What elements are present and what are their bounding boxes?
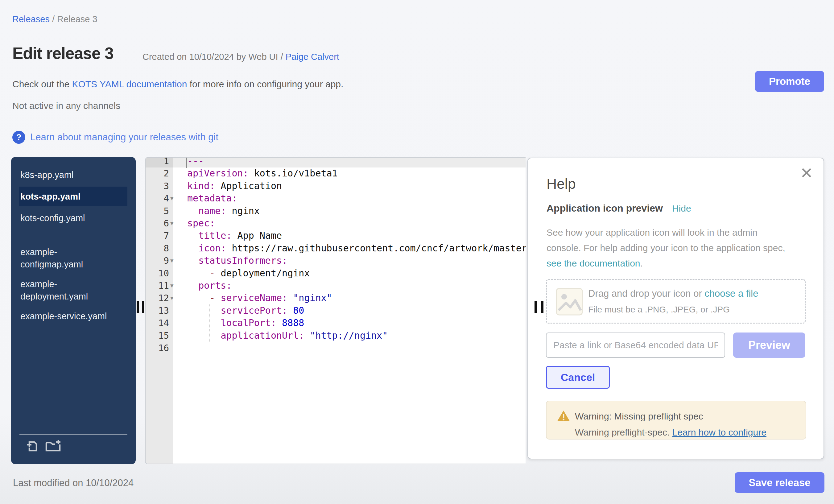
code-text: ---	[187, 157, 204, 167]
line-number: 12	[146, 292, 169, 304]
created-info: Created on 10/10/2024 by Web UI / Paige …	[142, 52, 339, 62]
help-title: Help	[547, 176, 576, 192]
line-number: 5	[146, 205, 169, 217]
configure-preflight-link[interactable]: Learn how to configure	[673, 427, 766, 437]
breadcrumb-separator: /	[52, 14, 54, 24]
editor-line[interactable]: 10 - deployment/nginx	[146, 267, 526, 280]
fold-arrow-icon[interactable]: ▾	[170, 280, 174, 292]
editor-line[interactable]: 6▾spec:	[146, 217, 526, 230]
code-text: applicationUrl: "http://nginx"	[187, 329, 388, 342]
line-number: 1	[146, 157, 173, 168]
question-circle-icon: ?	[12, 131, 25, 144]
editor-line[interactable]: 16	[146, 342, 526, 354]
line-number: 16	[146, 342, 169, 354]
promote-button[interactable]: Promote	[755, 71, 824, 92]
edit-release-page: Releases / Release 3 Edit release 3 Crea…	[0, 0, 834, 504]
yaml-editor[interactable]: 1---2apiVersion: kots.io/v1beta13kind: A…	[145, 157, 526, 464]
line-number: 3	[146, 180, 169, 193]
preview-button[interactable]: Preview	[733, 332, 805, 358]
line-number: 14	[146, 317, 169, 329]
new-file-icon[interactable]	[25, 439, 40, 453]
code-text: metadata:	[187, 192, 238, 204]
line-number: 7	[146, 229, 169, 242]
sidebar-file-item[interactable]: kots-config.yaml	[11, 208, 136, 228]
breadcrumb: Releases / Release 3	[12, 14, 97, 24]
channel-status: Not active in any channels	[12, 101, 120, 111]
save-release-button[interactable]: Save release	[735, 472, 825, 493]
code-text: name: nginx	[187, 205, 260, 217]
code-text: spec:	[187, 217, 215, 229]
editor-line[interactable]: 9▾ statusInformers:	[146, 255, 526, 267]
hide-link[interactable]: Hide	[672, 203, 691, 214]
help-description-line3: see the documentation.	[547, 256, 643, 271]
help-resize-handle[interactable]	[534, 301, 537, 313]
editor-line[interactable]: 7 title: App Name	[146, 229, 526, 242]
editor-line[interactable]: 12▾ - serviceName: "nginx"	[146, 292, 526, 304]
sidebar-file-item[interactable]: kots-app.yaml	[19, 187, 127, 206]
image-placeholder-icon	[555, 287, 583, 316]
git-releases-link[interactable]: Learn about managing your releases with …	[30, 132, 218, 143]
sidebar-resize-handle[interactable]	[137, 301, 139, 313]
editor-line[interactable]: 14 localPort: 8888	[146, 317, 526, 329]
choose-file-link[interactable]: choose a file	[704, 288, 758, 299]
line-number: 15	[146, 329, 169, 342]
line-number: 6	[146, 217, 169, 230]
line-number: 4	[146, 192, 169, 205]
breadcrumb-current: Release 3	[57, 14, 97, 24]
warning-detail: Warning preflight-spec. Learn how to con…	[575, 427, 766, 438]
file-sidebar: k8s-app.yamlkots-app.yamlkots-config.yam…	[11, 157, 136, 464]
new-folder-icon[interactable]	[45, 439, 61, 453]
code-text: kind: Application	[187, 180, 282, 192]
page-title: Edit release 3	[12, 44, 113, 63]
editor-line[interactable]: 15 applicationUrl: "http://nginx"	[146, 329, 526, 342]
editor-line[interactable]: 1---	[146, 157, 526, 168]
code-text: apiVersion: kots.io/v1beta1	[187, 167, 338, 179]
sidebar-resize-handle[interactable]	[142, 301, 144, 313]
created-by-link[interactable]: Paige Calvert	[286, 52, 339, 62]
doc-line-suffix: for more info on configuring your app.	[187, 79, 343, 89]
close-icon[interactable]	[800, 167, 813, 179]
icon-preview-section-header: Application icon preview Hide	[547, 203, 691, 214]
preflight-warning: Warning: Missing preflight spec Warning …	[546, 401, 806, 440]
code-text: icon: https://raw.githubusercontent.com/…	[187, 242, 526, 255]
icon-dropzone[interactable]: Drag and drop your icon or choose a file…	[546, 279, 806, 324]
warning-title: Warning: Missing preflight spec	[575, 411, 703, 422]
line-number: 9	[146, 255, 169, 267]
help-panel: Help Application icon preview Hide See h…	[527, 158, 824, 459]
line-number: 11	[146, 280, 169, 292]
editor-line[interactable]: 2apiVersion: kots.io/v1beta1	[146, 167, 526, 180]
editor-line[interactable]: 5 name: nginx	[146, 205, 526, 217]
file-list: k8s-app.yamlkots-app.yamlkots-config.yam…	[11, 157, 136, 326]
code-text: localPort: 8888	[187, 317, 304, 329]
fold-arrow-icon[interactable]: ▾	[170, 192, 174, 204]
editor-line[interactable]: 4▾metadata:	[146, 192, 526, 205]
git-help-row: ? Learn about managing your releases wit…	[12, 131, 218, 144]
help-resize-handle[interactable]	[541, 301, 544, 313]
sidebar-divider	[20, 235, 127, 235]
fold-arrow-icon[interactable]: ▾	[170, 292, 174, 304]
dropzone-filetypes: File must be a .PNG, .JPEG, or .JPG	[588, 305, 730, 314]
editor-rows: 1---2apiVersion: kots.io/v1beta13kind: A…	[146, 158, 526, 464]
icon-url-input[interactable]	[546, 332, 725, 358]
breadcrumb-releases-link[interactable]: Releases	[12, 14, 50, 24]
doc-line: Check out the KOTS YAML documentation fo…	[12, 79, 343, 89]
sidebar-file-item[interactable]: example-deployment.yaml	[11, 274, 136, 306]
created-text: Created on 10/10/2024 by Web UI /	[142, 52, 286, 62]
sidebar-file-item[interactable]: example-configmap.yaml	[11, 242, 136, 274]
editor-line[interactable]: 3kind: Application	[146, 180, 526, 193]
line-number: 2	[146, 167, 169, 180]
cancel-button[interactable]: Cancel	[546, 366, 610, 389]
sidebar-file-item[interactable]: example-service.yaml	[11, 306, 136, 326]
editor-line[interactable]: 8 icon: https://raw.githubusercontent.co…	[146, 242, 526, 255]
editor-line[interactable]: 13 servicePort: 80	[146, 304, 526, 317]
line-number: 10	[146, 267, 169, 280]
kots-yaml-doc-link[interactable]: KOTS YAML documentation	[72, 79, 187, 89]
editor-line[interactable]: 11▾ ports:	[146, 280, 526, 292]
code-text: - deployment/nginx	[187, 267, 310, 280]
see-documentation-link[interactable]: see the documentation	[547, 258, 640, 268]
dropzone-text: Drag and drop your icon or choose a file	[588, 288, 758, 299]
fold-arrow-icon[interactable]: ▾	[170, 217, 174, 229]
sidebar-file-item[interactable]: k8s-app.yaml	[11, 165, 136, 185]
editor-cursor	[186, 158, 187, 168]
fold-arrow-icon[interactable]: ▾	[170, 255, 174, 267]
